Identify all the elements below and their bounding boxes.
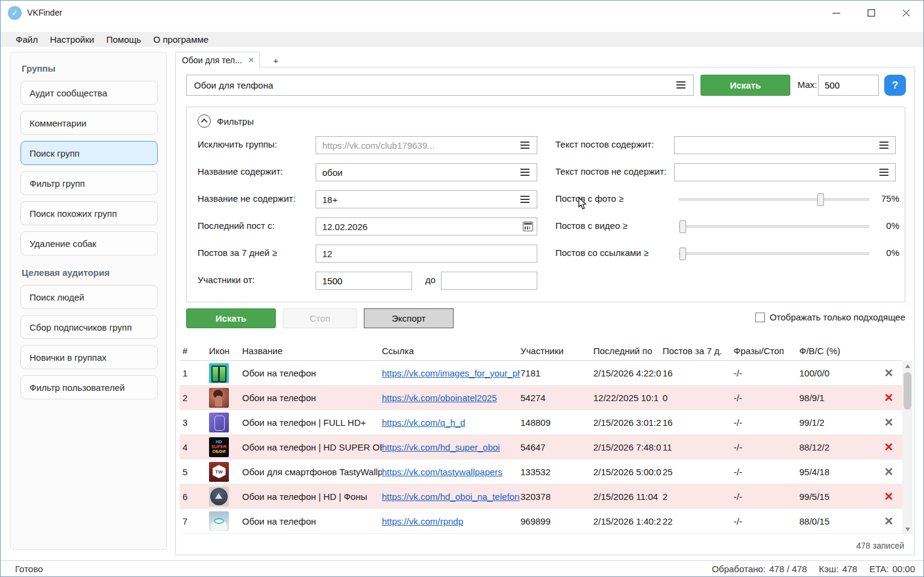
table-row[interactable]: 2Обои на телефонhttps://vk.com/oboinatel…: [179, 385, 902, 410]
menu-item[interactable]: Настройки: [44, 32, 101, 47]
close-button[interactable]: [888, 1, 923, 25]
remove-row-icon[interactable]: ×: [875, 390, 902, 405]
members-to-input[interactable]: [441, 272, 537, 290]
sidebar-item[interactable]: Удаление собак: [20, 231, 158, 255]
column-header[interactable]: Ссылка: [382, 346, 520, 356]
sidebar-item[interactable]: Сбор подписчиков групп: [20, 315, 158, 339]
group-name: Обои на телефон | FULL HD+: [242, 417, 382, 428]
slider[interactable]: [679, 252, 869, 255]
group-link[interactable]: https://vk.com/rpndp: [382, 516, 463, 526]
tab-close-icon[interactable]: ×: [248, 55, 254, 65]
scrollbar-thumb[interactable]: [904, 372, 911, 410]
sidebar-item[interactable]: Поиск людей: [20, 285, 158, 309]
table-row[interactable]: 4HDSUPERОБОИОбои на телефон | HD SUPER О…: [179, 435, 902, 460]
photo-video-link-pct: 99/5/15: [799, 491, 875, 502]
table-scrollbar[interactable]: [902, 361, 913, 534]
sidebar-item[interactable]: Фильтр групп: [20, 171, 158, 195]
column-header[interactable]: Ф/В/С (%): [799, 346, 875, 356]
tab-add-button[interactable]: +: [267, 53, 285, 67]
last-post-date: 2/15/2026 7:48:0: [593, 442, 663, 452]
filter-row: Постов за 7 дней ≥: [198, 245, 547, 263]
menu-icon[interactable]: [520, 172, 529, 173]
minimize-button[interactable]: [819, 1, 854, 25]
menu-icon[interactable]: [520, 145, 529, 146]
sidebar-item[interactable]: Новички в группах: [20, 345, 158, 369]
group-link[interactable]: https://vk.com/hd_oboi_na_telefon: [382, 491, 520, 502]
table-row[interactable]: 7Обои на телефонhttps://vk.com/rpndp9698…: [179, 509, 902, 534]
row-icon-cell: HDSUPERОБОИ: [209, 437, 242, 457]
maximize-button[interactable]: [854, 1, 888, 25]
photo-video-link-pct: 95/4/18: [799, 467, 875, 477]
eta-value: 00:00: [892, 564, 915, 574]
remove-row-icon[interactable]: ×: [875, 440, 902, 454]
filter-row: Название не содержит:: [198, 190, 547, 208]
row-number: 5: [179, 467, 209, 477]
collapse-filters-icon[interactable]: [198, 114, 211, 128]
members-from-input[interactable]: [316, 272, 412, 290]
group-name: Обои на телефон: [242, 368, 382, 378]
menu-icon[interactable]: [879, 172, 888, 173]
slider[interactable]: [679, 198, 869, 201]
slider-thumb[interactable]: [817, 193, 824, 206]
menu-item[interactable]: Помощь: [100, 32, 147, 47]
menu-item[interactable]: О программе: [147, 32, 214, 47]
search-query-input[interactable]: [186, 75, 694, 96]
remove-row-icon[interactable]: ×: [875, 514, 902, 528]
group-link[interactable]: https://vk.com/hd_super_oboi: [382, 442, 500, 452]
group-link[interactable]: https://vk.com/oboinatel2025: [382, 393, 497, 403]
filter-input[interactable]: [316, 217, 537, 235]
column-header[interactable]: Икон: [209, 346, 242, 356]
remove-row-icon[interactable]: ×: [875, 415, 902, 429]
remove-row-icon[interactable]: ×: [875, 366, 902, 380]
menu-icon[interactable]: [879, 145, 888, 146]
sidebar-item[interactable]: Комментарии: [20, 111, 158, 135]
stop-button[interactable]: Стоп: [283, 308, 357, 328]
filter-input[interactable]: [316, 245, 537, 263]
column-header[interactable]: Участники: [520, 346, 593, 356]
sidebar-item[interactable]: Поиск похожих групп: [20, 201, 158, 225]
column-header[interactable]: #: [179, 346, 209, 356]
posts-per-week: 2: [663, 491, 734, 502]
remove-row-icon[interactable]: ×: [875, 489, 902, 504]
table-row[interactable]: 5TWОбои для смартфонов TastyWallphttps:/…: [179, 460, 902, 484]
column-header[interactable]: Последний по: [593, 346, 663, 356]
export-button[interactable]: Экспорт: [364, 308, 454, 328]
help-button[interactable]: ?: [884, 75, 906, 96]
tab-active[interactable]: Обои для тел... ×: [175, 52, 260, 67]
remove-row-icon[interactable]: ×: [875, 464, 902, 479]
max-results-input[interactable]: [818, 75, 879, 96]
filter-input[interactable]: [316, 163, 537, 181]
show-matching-checkbox[interactable]: [755, 313, 765, 322]
calendar-icon[interactable]: [523, 222, 533, 231]
column-header[interactable]: Название: [242, 346, 382, 356]
group-link[interactable]: https://vk.com/tastywallpapers: [382, 467, 502, 477]
group-link[interactable]: https://vk.com/q_h_d: [382, 417, 465, 428]
scroll-up-icon[interactable]: [902, 361, 913, 371]
group-link[interactable]: https://vk.com/images_for_your_ph: [382, 368, 520, 378]
menu-item[interactable]: Файл: [10, 32, 44, 47]
row-icon-cell: [209, 487, 242, 507]
column-header[interactable]: Фразы/Стоп: [734, 346, 799, 356]
query-history-icon[interactable]: [676, 84, 685, 86]
sidebar-item[interactable]: Поиск групп: [20, 141, 158, 165]
search-top-button[interactable]: Искать: [701, 75, 790, 96]
table-row[interactable]: 3Обои на телефон | FULL HD+https://vk.co…: [179, 410, 902, 435]
menu-icon[interactable]: [520, 199, 529, 200]
table-row[interactable]: 6Обои на телефон | HD | Фоныhttps://vk.c…: [179, 484, 902, 509]
slider-thumb[interactable]: [679, 220, 686, 233]
records-count: 478 записей: [857, 541, 904, 550]
slider-thumb[interactable]: [679, 248, 686, 260]
slider[interactable]: [679, 225, 869, 228]
filter-label: Постов за 7 дней ≥: [198, 248, 277, 258]
table-row[interactable]: 1Обои на телефонhttps://vk.com/images_fo…: [179, 361, 902, 385]
filter-input[interactable]: [674, 136, 896, 154]
row-icon-cell: [209, 413, 242, 432]
sidebar-item[interactable]: Аудит сообщества: [20, 81, 158, 105]
filter-input[interactable]: [316, 136, 537, 154]
filter-input[interactable]: [316, 190, 537, 208]
search-button[interactable]: Искать: [186, 308, 276, 328]
sidebar-item[interactable]: Фильтр пользователей: [20, 375, 158, 399]
column-header[interactable]: Постов за 7 д.: [663, 346, 734, 356]
scroll-down-icon[interactable]: [902, 524, 913, 534]
filter-input[interactable]: [674, 163, 896, 181]
